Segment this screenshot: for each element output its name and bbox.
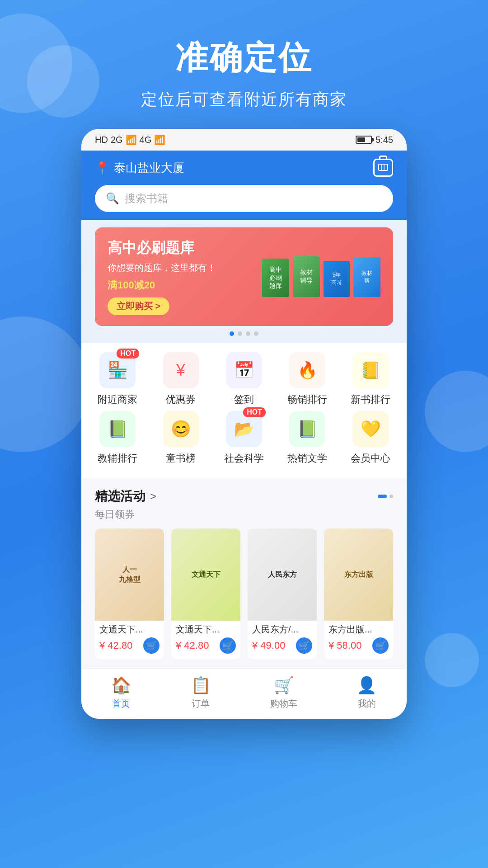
member-icon-wrap: 💛 xyxy=(352,411,389,447)
coupon-icon: ¥ xyxy=(176,361,185,380)
section-header: 精选活动 > xyxy=(95,488,393,505)
banner[interactable]: 高中必刷题库 你想要的题库，这里都有！ 满100减20 立即购买 > 高中必刷题… xyxy=(95,227,393,326)
textbook-label: 教辅排行 xyxy=(98,452,137,465)
category-coupon[interactable]: ¥ 优惠券 xyxy=(151,352,210,406)
checkin-icon: 📅 xyxy=(234,361,254,380)
banner-dot-2 xyxy=(238,331,242,336)
battery-fill xyxy=(357,137,365,142)
bg-circle-5 xyxy=(425,633,479,687)
banner-wrapper: 高中必刷题库 你想要的题库，这里都有！ 满100减20 立即购买 > 高中必刷题… xyxy=(81,220,407,343)
book-img-2: 文通天下 xyxy=(171,528,240,621)
book-img-4: 东方出版 xyxy=(324,528,393,621)
member-label: 会员中心 xyxy=(351,452,390,465)
newbook-icon: 📒 xyxy=(361,361,381,380)
nearby-hot-badge: HOT xyxy=(117,349,139,359)
social-icon: 📂 xyxy=(234,420,254,439)
newbook-label: 新书排行 xyxy=(351,393,390,406)
category-row-2: 📗 教辅排行 😊 童书榜 📂 HOT 社会科学 📗 xyxy=(86,411,402,465)
social-icon-wrap: 📂 HOT xyxy=(226,411,262,447)
social-label: 社会科学 xyxy=(224,452,264,465)
cart-icon: 🛒 xyxy=(274,676,294,695)
add-to-cart-2[interactable]: 🛒 xyxy=(220,637,236,654)
add-to-cart-4[interactable]: 🛒 xyxy=(372,637,389,654)
add-to-cart-1[interactable]: 🛒 xyxy=(143,637,160,654)
phone-mockup: HD 2G 📶 4G 📶 5:45 📍 泰山盐业大厦 xyxy=(81,129,407,719)
promotions-arrow[interactable]: > xyxy=(150,490,156,503)
location-area[interactable]: 📍 泰山盐业大厦 xyxy=(95,160,184,176)
category-textbook[interactable]: 📗 教辅排行 xyxy=(88,411,147,465)
category-checkin[interactable]: 📅 签到 xyxy=(215,352,273,406)
home-label: 首页 xyxy=(112,698,130,710)
search-placeholder: 搜索书籍 xyxy=(125,191,168,206)
book-price-1: ¥ 42.80 🛒 xyxy=(95,637,164,655)
textbook-icon-wrap: 📗 xyxy=(99,411,136,447)
hotlit-label: 热销文学 xyxy=(287,452,327,465)
book-item-1[interactable]: 人一九格型 文通天下... ¥ 42.80 🛒 xyxy=(95,528,164,659)
category-newbook[interactable]: 📒 新书排行 xyxy=(341,352,400,406)
nearby-label: 附近商家 xyxy=(98,393,137,406)
network-2g: 2G xyxy=(111,135,123,145)
status-left: HD 2G 📶 4G 📶 xyxy=(95,134,165,145)
newbook-icon-wrap: 📒 xyxy=(352,352,389,388)
book-item-3[interactable]: 人民东方 人民东方/... ¥ 49.00 🛒 xyxy=(248,528,317,659)
banner-book-3: 5年高考 xyxy=(324,261,350,297)
book-name-2: 文通天下... xyxy=(171,621,240,637)
member-icon: 💛 xyxy=(361,420,381,439)
category-member[interactable]: 💛 会员中心 xyxy=(341,411,400,465)
location-icon: 📍 xyxy=(95,161,109,175)
orders-icon: 📋 xyxy=(191,676,211,695)
book-img-3: 人民东方 xyxy=(248,528,317,621)
svg-rect-0 xyxy=(379,164,388,170)
book-price-3: ¥ 49.00 🛒 xyxy=(248,637,317,655)
books-row: 人一九格型 文通天下... ¥ 42.80 🛒 文通天下 文通天下... ¥ 4… xyxy=(95,528,393,659)
nearby-icon-wrap: 🏪 HOT xyxy=(99,352,136,388)
bestseller-icon-wrap: 🔥 xyxy=(289,352,325,388)
profile-label: 我的 xyxy=(358,698,376,710)
status-bar: HD 2G 📶 4G 📶 5:45 xyxy=(81,129,407,151)
banner-title: 高中必刷题库 xyxy=(108,238,262,258)
banner-book-1: 高中必刷题库 xyxy=(262,259,289,297)
checkin-icon-wrap: 📅 xyxy=(226,352,262,388)
nav-orders[interactable]: 📋 订单 xyxy=(191,676,211,710)
bestseller-icon: 🔥 xyxy=(297,361,318,380)
bottom-nav: 🏠 首页 📋 订单 🛒 购物车 👤 我的 xyxy=(81,668,407,719)
bg-circle-4 xyxy=(425,371,488,452)
banner-discount: 满100减20 xyxy=(108,278,262,292)
book-item-4[interactable]: 东方出版 东方出版... ¥ 58.00 🛒 xyxy=(324,528,393,659)
category-nearby[interactable]: 🏪 HOT 附近商家 xyxy=(88,352,147,406)
nav-profile[interactable]: 👤 我的 xyxy=(357,676,377,710)
hd-label: HD xyxy=(95,135,108,145)
banner-book-2: 教材辅导 xyxy=(293,256,320,297)
add-to-cart-3[interactable]: 🛒 xyxy=(296,637,312,654)
book-price-4: ¥ 58.00 🛒 xyxy=(324,637,393,655)
social-hot-badge: HOT xyxy=(243,407,266,417)
nav-home[interactable]: 🏠 首页 xyxy=(111,676,131,710)
banner-book-4: 教材帮 xyxy=(353,257,380,297)
banner-dot-4 xyxy=(254,331,258,336)
cart-label: 购物车 xyxy=(270,698,297,710)
status-right: 5:45 xyxy=(356,135,393,145)
category-children[interactable]: 😊 童书榜 xyxy=(151,411,210,465)
category-social[interactable]: 📂 HOT 社会科学 xyxy=(215,411,273,465)
search-bar[interactable]: 🔍 搜索书籍 xyxy=(95,185,393,212)
category-bestseller[interactable]: 🔥 畅销排行 xyxy=(278,352,337,406)
signal-bars: 📶 xyxy=(126,134,137,145)
banner-dot-3 xyxy=(246,331,250,336)
book-item-2[interactable]: 文通天下 文通天下... ¥ 42.80 🛒 xyxy=(171,528,240,659)
coupon-icon-wrap: ¥ xyxy=(163,352,199,388)
promotions-subtitle: 每日领券 xyxy=(95,508,393,521)
bag-handle xyxy=(379,156,387,160)
nav-cart[interactable]: 🛒 购物车 xyxy=(270,676,297,710)
location-name: 泰山盐业大厦 xyxy=(114,160,184,176)
category-section: 🏪 HOT 附近商家 ¥ 优惠券 📅 签到 🔥 xyxy=(81,343,407,479)
children-icon-wrap: 😊 xyxy=(163,411,199,447)
banner-button[interactable]: 立即购买 > xyxy=(108,297,169,315)
category-hotlit[interactable]: 📗 热销文学 xyxy=(278,411,337,465)
bg-circle-2 xyxy=(27,45,99,118)
banner-books: 高中必刷题库 教材辅导 5年高考 教材帮 xyxy=(262,256,380,297)
banner-desc: 你想要的题库，这里都有！ xyxy=(108,262,262,274)
network-4g: 4G xyxy=(140,135,152,145)
search-icon: 🔍 xyxy=(106,192,119,205)
bag-icon[interactable] xyxy=(373,159,393,177)
book-name-4: 东方出版... xyxy=(324,621,393,637)
